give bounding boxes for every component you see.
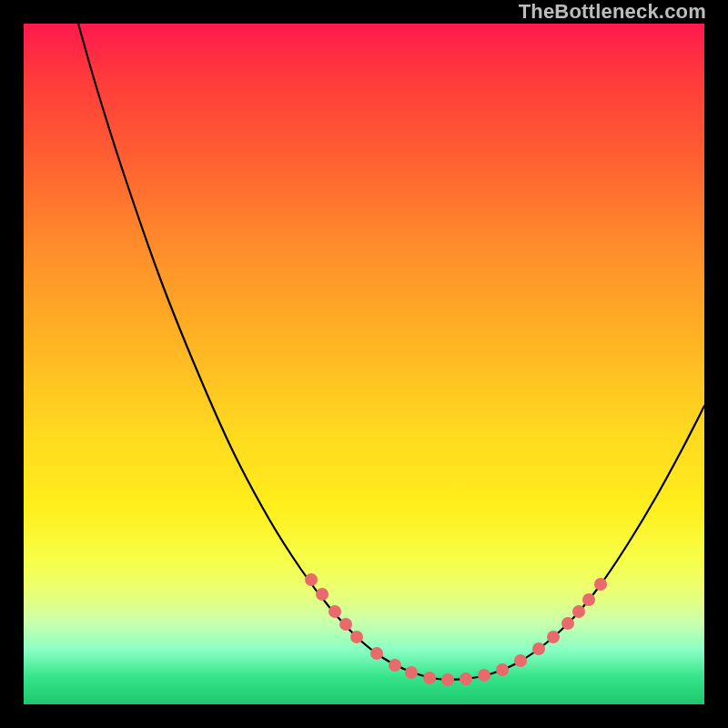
marker-dot: [305, 573, 318, 586]
marker-dot: [582, 593, 595, 606]
marker-dot: [389, 659, 401, 672]
marker-dot: [339, 618, 352, 631]
marker-dot: [547, 631, 560, 643]
marker-dot: [561, 617, 574, 630]
marker-dot: [316, 588, 329, 601]
marker-dot: [514, 654, 527, 667]
marker-dot: [350, 631, 363, 643]
marker-dot: [460, 672, 472, 685]
marker-dot: [572, 605, 585, 618]
marker-dot: [594, 578, 607, 591]
chart-svg: [24, 24, 704, 704]
plot-area: [24, 24, 704, 704]
marker-dot: [370, 647, 383, 660]
watermark-text: TheBottleneck.com: [519, 0, 706, 24]
marker-dot: [405, 666, 418, 679]
marker-dot: [423, 672, 436, 684]
bottleneck-curve: [78, 24, 704, 680]
marker-dot: [496, 663, 509, 676]
marker-dot: [532, 642, 545, 655]
marker-dot: [441, 673, 454, 686]
marker-dot: [329, 605, 341, 618]
marker-dot: [478, 669, 490, 682]
